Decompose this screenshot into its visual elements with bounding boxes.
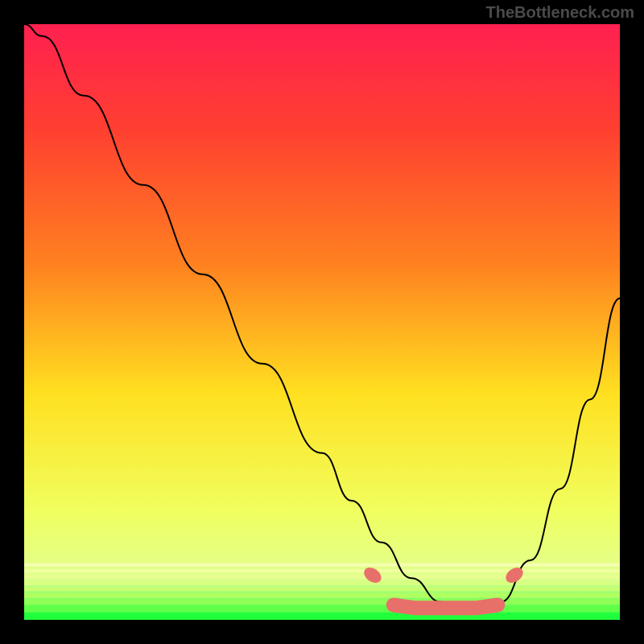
gradient-background [24,24,620,620]
band [24,605,620,612]
band [24,587,620,591]
band [24,564,620,567]
band [24,599,620,605]
chart-container: TheBottleneck.com [0,0,644,644]
highlight-segment [394,605,498,609]
band [24,613,620,620]
watermark-text: TheBottleneck.com [486,3,634,22]
chart-svg [24,24,620,620]
band [24,569,620,572]
band [24,581,620,585]
band [24,576,620,579]
band [24,593,620,598]
plot-area [24,24,620,620]
